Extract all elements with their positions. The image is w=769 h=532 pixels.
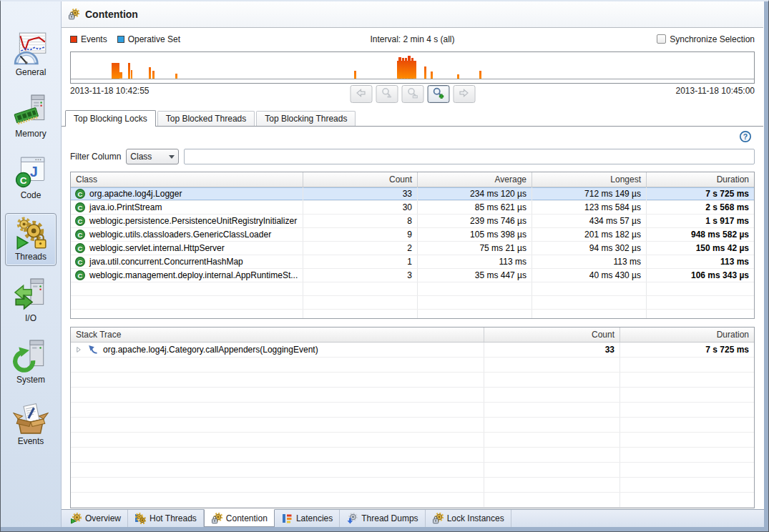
column-header-duration[interactable]: Duration [647,172,754,187]
empty-cell [303,282,418,295]
column-header-stack-trace[interactable]: Stack Trace [71,327,484,342]
stack-table-body: org.apache.log4j.Category.callAppenders(… [71,343,754,508]
column-header-average[interactable]: Average [418,172,532,187]
bottom-tab-thread-dumps[interactable]: Thread Dumps [340,510,425,527]
locks-table-row[interactable]: Cjava.util.concurrent.ConcurrentHashMap1… [71,255,754,269]
column-header-count[interactable]: Count [303,172,418,187]
filter-column-label: Filter Column [70,152,121,162]
empty-table-row [71,358,754,373]
sidebar-item-io[interactable]: I/O [5,275,57,336]
sidebar-item-memory[interactable]: Memory [5,90,57,152]
class-cell: Cweblogic.servlet.internal.HttpServer [71,242,303,255]
help-button[interactable]: ? [739,130,752,143]
empty-cell [71,493,484,507]
svg-text:?: ? [743,132,748,141]
synchronize-selection[interactable]: Synchronize Selection [657,34,755,44]
class-icon: C [74,270,86,281]
column-header-count[interactable]: Count [484,327,620,342]
empty-cell [484,418,620,432]
locks-table-row[interactable]: Cjava.io.PrintStream3085 ms 621 µs123 ms… [71,201,754,215]
page-title: Contention [85,9,138,20]
class-cell: Cweblogic.utils.classloaders.GenericClas… [71,228,303,241]
timeline-chart[interactable] [70,51,755,84]
average-cell: 234 ms 120 µs [418,187,532,200]
longest-cell: 123 ms 584 µs [532,201,647,214]
class-name: org.apache.log4j.Logger [89,187,182,200]
column-header-longest[interactable]: Longest [532,172,647,187]
empty-cell [71,433,484,447]
tab-top-blocking-threads[interactable]: Top Blocking Threads [256,111,356,126]
empty-table-row [71,508,754,508]
synchronize-selection-checkbox[interactable] [657,34,666,44]
sidebar-item-label: Events [18,436,44,446]
empty-cell [71,403,484,417]
count-cell: 3 [303,269,418,282]
empty-cell [484,373,620,387]
stack-table-header: Stack Trace Count Duration [71,327,754,343]
column-header-class[interactable]: Class [71,172,303,187]
back-button[interactable] [350,85,372,103]
bottom-tab-lock-instances[interactable]: Lock Instances [426,510,511,527]
sidebar-item-code[interactable]: J C Code [5,152,57,213]
locks-table-row[interactable]: Cweblogic.servlet.internal.HttpServer275… [71,242,754,255]
forward-button[interactable] [453,85,475,103]
empty-cell [418,310,532,319]
arrow-left-icon [356,87,367,101]
timeline-bar [354,71,356,79]
sidebar-item-system[interactable]: System [5,336,57,398]
bottom-tab-label: Lock Instances [447,513,504,523]
timeline-bar [149,67,151,79]
bottom-tab-label: Overview [85,513,121,523]
memory-icon [13,92,49,128]
interval-label: Interval: 2 min 4 s (all) [370,34,454,44]
locks-table-row[interactable]: Cweblogic.utils.classloaders.GenericClas… [71,228,754,242]
column-header-duration[interactable]: Duration [620,327,754,342]
filter-row: Filter Column Class [62,146,763,167]
zoom-out-button[interactable] [376,85,398,103]
filter-input[interactable] [184,149,755,164]
filter-column-select[interactable]: Class [126,149,179,164]
empty-cell [484,508,620,508]
bottom-tab-contention[interactable]: Contention [204,509,275,527]
empty-table-row [71,433,754,448]
sidebar-item-general[interactable]: General [5,29,57,90]
sidebar-item-threads[interactable]: Threads [5,213,57,266]
empty-cell [71,373,484,387]
empty-cell [620,358,754,372]
empty-cell [71,282,303,295]
empty-cell [620,478,754,492]
bottom-tab-latencies[interactable]: Latencies [275,510,340,527]
stack-trace-row[interactable]: org.apache.log4j.Category.callAppenders(… [71,343,754,358]
bottom-tab-hot-threads[interactable]: Hot Threads [128,510,204,527]
timeline-bar [175,74,177,79]
longest-cell: 40 ms 430 µs [532,269,647,282]
average-cell: 75 ms 21 µs [418,242,532,255]
empty-table-row [71,448,754,463]
expander-icon[interactable] [74,345,83,354]
bottom-tab-label: Hot Threads [150,513,197,523]
tab-top-blocked-threads[interactable]: Top Blocked Threads [157,111,255,126]
empty-cell [620,418,754,432]
empty-table-row [71,493,754,508]
class-name: weblogic.servlet.internal.HttpServer [89,242,225,255]
timeline-bar [431,72,433,79]
contention-title-icon [68,9,80,21]
bottom-tab-overview[interactable]: Overview [64,510,128,527]
empty-cell [620,373,754,387]
locks-table-row[interactable]: Corg.apache.log4j.Logger33234 ms 120 µs7… [71,187,754,201]
sidebar-item-events[interactable]: Events [5,398,57,459]
threads-icon [13,215,49,251]
empty-table-row [71,463,754,478]
locks-table-row[interactable]: Cweblogic.persistence.PersistenceUnitReg… [71,215,754,228]
empty-cell [303,310,418,319]
duration-cell: 113 ms [647,255,754,268]
tab-top-blocking-locks[interactable]: Top Blocking Locks [65,110,156,127]
locks-table-row[interactable]: Cweblogic.management.deploy.internal.App… [71,269,754,282]
svg-text:J: J [30,164,38,179]
empty-cell [71,296,303,309]
zoom-selection-button[interactable] [401,85,423,103]
bottom-tab-label: Latencies [296,513,333,523]
timeline-bar [479,71,481,79]
timeline-bars [71,53,754,79]
zoom-in-button[interactable] [427,85,449,103]
